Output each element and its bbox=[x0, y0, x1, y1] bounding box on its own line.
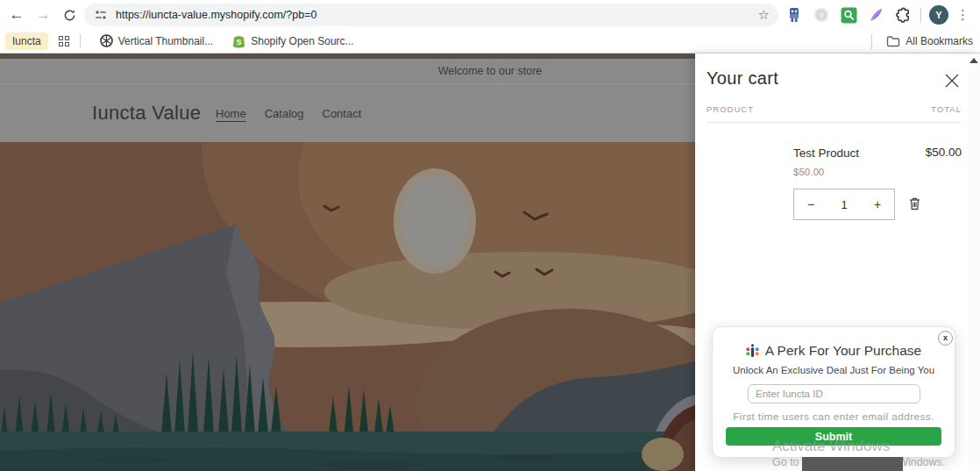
perk-title-row: A Perk For Your Purchase bbox=[712, 343, 955, 359]
cart-divider bbox=[707, 122, 962, 123]
address-bar[interactable]: https://iuncta-value.myshopify.com/?pb=0… bbox=[84, 4, 778, 26]
bookmarks-separator bbox=[80, 34, 81, 48]
cart-title: Your cart bbox=[707, 68, 778, 89]
bookmark-label: Shopify Open Sourc... bbox=[251, 35, 353, 47]
toolbar-separator bbox=[920, 8, 921, 23]
site-settings-icon[interactable] bbox=[93, 9, 109, 21]
announcement-text: Welcome to our store bbox=[438, 65, 543, 77]
all-bookmarks-label: All Bookmarks bbox=[905, 35, 973, 47]
perk-close-button[interactable]: x bbox=[938, 331, 953, 346]
browser-menu-button[interactable]: ⋮ bbox=[956, 7, 969, 23]
dark-overlay-rect bbox=[802, 457, 903, 471]
reload-button[interactable] bbox=[58, 4, 81, 26]
drawer-scrollbar[interactable] bbox=[968, 54, 980, 471]
reload-icon bbox=[63, 9, 76, 22]
cart-column-headers: PRODUCT TOTAL bbox=[707, 104, 962, 114]
activate-windows-watermark: Activate Windows bbox=[772, 438, 890, 455]
quantity-stepper: − + bbox=[793, 189, 895, 220]
total-column-label: TOTAL bbox=[931, 104, 962, 114]
quantity-decrease-button[interactable]: − bbox=[794, 197, 827, 211]
bookmark-chip-iuncta[interactable]: Iuncta bbox=[5, 32, 48, 50]
back-button[interactable]: ← bbox=[5, 4, 28, 26]
bookmark-label: Vertical Thumbnail... bbox=[118, 35, 214, 47]
bookmark-item-shopify[interactable]: S Shopify Open Sourc... bbox=[232, 34, 353, 48]
product-column-label: PRODUCT bbox=[707, 104, 754, 114]
nav-link-catalog[interactable]: Catalog bbox=[265, 107, 304, 120]
cart-item-unit-price: $50.00 bbox=[793, 167, 824, 177]
forward-button[interactable]: → bbox=[32, 4, 54, 26]
folder-icon bbox=[886, 35, 900, 47]
extension-feather-icon[interactable] bbox=[866, 5, 885, 25]
bookmark-favicon-shopify-icon: S bbox=[232, 34, 245, 48]
extensions-row: Y ⋮ bbox=[785, 4, 969, 25]
scroll-up-arrow-icon[interactable] bbox=[969, 58, 978, 63]
store-logo-text[interactable]: Iuncta Value bbox=[92, 102, 201, 125]
extensions-puzzle-icon[interactable] bbox=[893, 5, 913, 25]
bookmark-star-icon[interactable]: ☆ bbox=[758, 7, 770, 23]
remove-item-button[interactable] bbox=[908, 196, 924, 212]
extension-medal-icon[interactable] bbox=[785, 5, 804, 25]
quantity-input[interactable] bbox=[827, 198, 861, 211]
cart-close-button[interactable] bbox=[943, 72, 961, 89]
svg-text:S: S bbox=[237, 37, 242, 46]
nav-link-contact[interactable]: Contact bbox=[323, 107, 362, 120]
perk-note: First time users can enter email address… bbox=[712, 410, 955, 423]
main-nav: Home Catalog Contact bbox=[216, 107, 361, 120]
bookmark-favicon-wheel-icon bbox=[100, 34, 113, 47]
extension-disabled-icon[interactable] bbox=[812, 5, 831, 25]
all-bookmarks-button[interactable]: All Bookmarks bbox=[871, 29, 973, 54]
extension-search-icon[interactable] bbox=[839, 5, 858, 25]
trash-icon bbox=[908, 196, 921, 211]
browser-toolbar: ← → https://iuncta-value.myshopify.com/?… bbox=[0, 0, 980, 29]
hero-banner-image bbox=[0, 142, 695, 471]
quantity-increase-button[interactable]: + bbox=[861, 197, 894, 211]
iuncta-id-input[interactable] bbox=[748, 384, 920, 403]
perk-title: A Perk For Your Purchase bbox=[765, 343, 921, 359]
profile-avatar[interactable]: Y bbox=[929, 5, 948, 25]
bookmarks-separator bbox=[871, 34, 872, 49]
perk-subtitle: Unlock An Exclusive Deal Just For Being … bbox=[712, 365, 955, 375]
url-text[interactable]: https://iuncta-value.myshopify.com/?pb=0 bbox=[116, 9, 751, 21]
close-icon bbox=[943, 72, 961, 89]
iuncta-logo-icon bbox=[746, 344, 759, 358]
bookmarks-bar: Iuncta Vertical Thumbnail... S Shopify O… bbox=[0, 29, 980, 54]
nav-link-home[interactable]: Home bbox=[216, 107, 246, 120]
bookmark-item-vertical-thumbnail[interactable]: Vertical Thumbnail... bbox=[100, 34, 214, 47]
apps-grid-icon[interactable] bbox=[59, 36, 69, 46]
cart-item-total: $50.00 bbox=[786, 146, 962, 159]
